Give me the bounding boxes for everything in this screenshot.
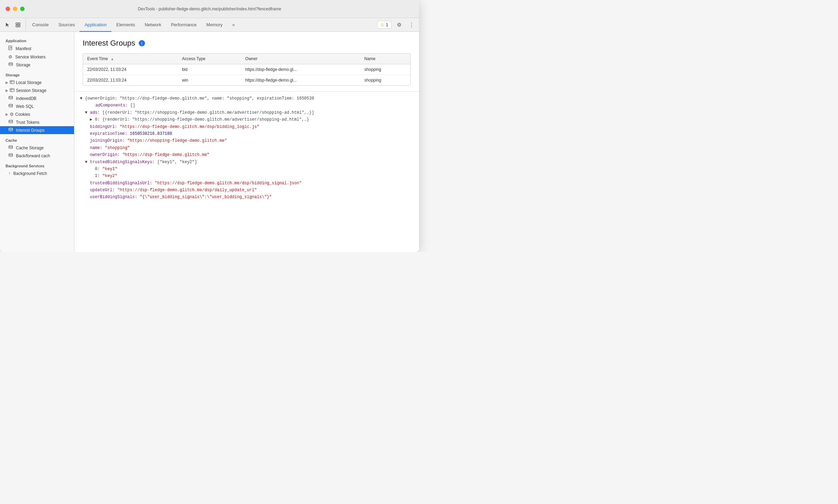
sidebar-item-indexeddb[interactable]: IndexedDB	[0, 94, 74, 102]
svg-rect-9	[10, 88, 14, 92]
close-button[interactable]	[6, 7, 10, 11]
cookies-arrow: ▶	[6, 112, 8, 116]
ig-table: Event Time ▲ Access Type Owner Name 22/0…	[83, 53, 411, 86]
toolbar-icon-group	[3, 18, 26, 31]
detail-line: ▼ {ownerOrigin: "https://dsp-fledge-demo…	[80, 95, 413, 102]
session-storage-icon	[10, 88, 15, 93]
sidebar-item-manifest[interactable]: Manifest	[0, 44, 74, 53]
background-fetch-label: Background Fetch	[13, 171, 47, 176]
detail-line: userBiddingSignals: "{\"user_bidding_sig…	[80, 194, 413, 200]
more-button[interactable]: ⋮	[407, 20, 416, 30]
sidebar-section-storage: Storage	[0, 69, 74, 78]
session-storage-arrow: ▶	[6, 88, 8, 92]
table-row[interactable]: 22/03/2022, 11:03:24 win https://dsp-fle…	[83, 75, 410, 86]
svg-point-13	[9, 104, 13, 105]
table-row[interactable]: 22/03/2022, 11:03:24 bid https://dsp-fle…	[83, 64, 410, 75]
detail-line: 0: "key1"	[80, 166, 413, 172]
interest-groups-table: Event Time ▲ Access Type Owner Name 22/0…	[83, 54, 410, 85]
main-layout: Application Manifest ⚙ Service Workers S…	[0, 32, 419, 252]
col-event-time[interactable]: Event Time ▲	[83, 54, 178, 64]
cache-storage-label: Cache Storage	[16, 146, 44, 150]
svg-point-5	[9, 63, 13, 64]
tab-performance[interactable]: Performance	[166, 18, 201, 32]
sidebar-item-interest-groups[interactable]: Interest Groups	[0, 126, 74, 134]
svg-point-14	[9, 120, 13, 121]
indexeddb-icon	[8, 96, 13, 101]
sidebar-item-back-forward-cache[interactable]: Back/forward cach	[0, 152, 74, 160]
manifest-icon	[8, 46, 13, 52]
info-icon[interactable]: i	[139, 40, 145, 46]
service-workers-label: Service Workers	[15, 55, 46, 59]
svg-point-15	[9, 128, 13, 129]
svg-rect-2	[16, 25, 18, 27]
sidebar-item-trust-tokens[interactable]: Trust Tokens	[0, 118, 74, 126]
sidebar-item-session-storage[interactable]: ▶ Session Storage	[0, 86, 74, 94]
indexeddb-label: IndexedDB	[16, 96, 36, 101]
sort-icon: ▲	[110, 57, 114, 61]
svg-rect-1	[18, 23, 20, 25]
cell-name: shopping	[360, 75, 410, 86]
service-workers-icon: ⚙	[8, 54, 12, 59]
tab-application[interactable]: Application	[80, 18, 111, 32]
cookies-icon: ⚙	[10, 112, 14, 117]
traffic-lights	[6, 7, 25, 11]
table-header-row: Event Time ▲ Access Type Owner Name	[83, 54, 410, 64]
maximize-button[interactable]	[20, 7, 25, 11]
tab-network[interactable]: Network	[140, 18, 166, 32]
content-area: Interest Groups i Event Time ▲ Access Ty…	[74, 32, 419, 252]
cell-event-time: 22/03/2022, 11:03:24	[83, 75, 178, 86]
detail-line: updateUrl: "https://dsp-fledge-demo.glit…	[80, 187, 413, 194]
col-access-type[interactable]: Access Type	[178, 54, 241, 64]
sidebar-item-service-workers[interactable]: ⚙ Service Workers	[0, 53, 74, 61]
titlebar: DevTools - publisher-fledge-demo.glitch.…	[0, 0, 419, 18]
local-storage-arrow: ▶	[6, 81, 8, 84]
sidebar-item-cache-storage[interactable]: Cache Storage	[0, 144, 74, 152]
col-name[interactable]: Name	[360, 54, 410, 64]
svg-point-12	[9, 96, 13, 97]
minimize-button[interactable]	[13, 7, 17, 11]
cursor-tool-button[interactable]	[3, 20, 12, 30]
detail-line: expirationTime: 1650538216.837188	[80, 130, 413, 137]
storage-app-label: Storage	[16, 63, 30, 67]
warning-count: 1	[386, 22, 388, 27]
cookies-label: Cookies	[15, 112, 30, 117]
trust-tokens-icon	[8, 120, 13, 125]
settings-button[interactable]: ⚙	[394, 20, 404, 30]
detail-panel: ▼ {ownerOrigin: "https://dsp-fledge-demo…	[74, 92, 419, 204]
inspect-tool-button[interactable]	[13, 20, 23, 30]
toolbar-right: ⚠ 1 ⚙ ⋮	[377, 18, 416, 31]
tab-console[interactable]: Console	[27, 18, 54, 32]
detail-line: name: "shopping"	[80, 144, 413, 151]
cell-event-time: 22/03/2022, 11:03:24	[83, 64, 178, 75]
manifest-label: Manifest	[16, 46, 31, 51]
interest-groups-panel: Interest Groups i Event Time ▲ Access Ty…	[74, 32, 419, 92]
tab-elements[interactable]: Elements	[111, 18, 140, 32]
detail-line: ▼ ads: [{renderUrl: "https://shopping-fl…	[80, 109, 413, 116]
col-owner[interactable]: Owner	[241, 54, 360, 64]
web-sql-icon	[8, 104, 13, 109]
detail-line: ▼ trustedBiddingSignalsKeys: ["key1", "k…	[80, 159, 413, 166]
sidebar-item-cookies[interactable]: ▶ ⚙ Cookies	[0, 110, 74, 118]
svg-point-17	[9, 153, 13, 155]
svg-rect-6	[10, 81, 14, 84]
back-forward-cache-icon	[8, 153, 13, 158]
tab-more[interactable]: »	[227, 18, 239, 32]
sidebar-item-web-sql[interactable]: Web SQL	[0, 102, 74, 110]
sidebar-item-storage-app[interactable]: Storage	[0, 61, 74, 69]
session-storage-label: Session Storage	[16, 88, 46, 93]
detail-line: 1: "key2"	[80, 172, 413, 179]
tab-sources[interactable]: Sources	[54, 18, 80, 32]
toolbar: Console Sources Application Elements Net…	[0, 18, 419, 32]
svg-point-16	[9, 146, 13, 147]
cell-access-type: bid	[178, 64, 241, 75]
warning-badge[interactable]: ⚠ 1	[377, 21, 391, 29]
sidebar-item-local-storage[interactable]: ▶ Local Storage	[0, 78, 74, 86]
sidebar-item-background-fetch[interactable]: ↑ Background Fetch	[0, 169, 74, 177]
detail-line: trustedBiddingSignalsUrl: "https://dsp-f…	[80, 180, 413, 187]
detail-line: adComponents: []	[80, 102, 413, 109]
svg-rect-0	[16, 23, 18, 25]
sidebar-section-application: Application	[0, 35, 74, 44]
sidebar-section-bg-services: Background Services	[0, 160, 74, 169]
interest-groups-icon	[8, 128, 13, 133]
tab-memory[interactable]: Memory	[201, 18, 227, 32]
